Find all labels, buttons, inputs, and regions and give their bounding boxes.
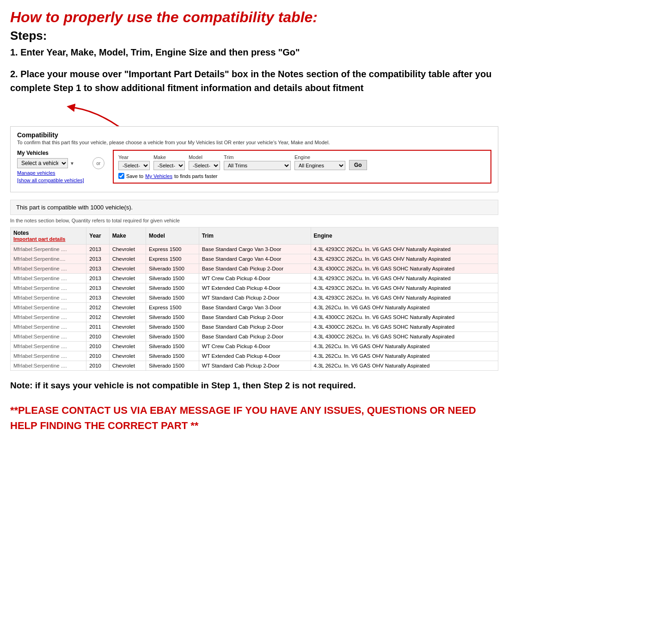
table-row: Mfrlabel:Serpentine ....2013ChevroletSil… — [11, 274, 498, 283]
my-vehicles-label: My Vehicles — [17, 150, 84, 156]
cell-engine: 4.3L 4293CC 262Cu. In. V6 GAS OHV Natura… — [311, 274, 498, 283]
note-text: Note: if it says your vehicle is not com… — [10, 379, 498, 393]
cell-trim: Base Standard Cab Pickup 2-Door — [199, 264, 311, 274]
cell-year: 2011 — [86, 322, 109, 332]
engine-label: Engine — [294, 154, 345, 160]
table-row: Mfrlabel:Serpentine ....2011ChevroletSil… — [11, 322, 498, 332]
cell-year: 2010 — [86, 361, 109, 371]
cell-make: Chevrolet — [109, 351, 146, 361]
cell-make: Chevrolet — [109, 264, 146, 274]
table-row: Mfrlabel:Serpentine ....2010ChevroletSil… — [11, 342, 498, 351]
quantity-note: In the notes section below, Quantity ref… — [10, 218, 498, 223]
select-vehicle-dropdown[interactable]: Select a vehicle — [17, 158, 68, 168]
cell-model: Silverado 1500 — [146, 332, 199, 342]
cell-trim: WT Standard Cab Pickup 2-Door — [199, 361, 311, 371]
my-vehicles-save-link[interactable]: My Vehicles — [145, 173, 172, 179]
cell-trim: Base Standard Cargo Van 4-Door — [199, 254, 311, 264]
table-row: Mfrlabel:Serpentine ....2010ChevroletSil… — [11, 351, 498, 361]
dropdown-arrow-icon: ▼ — [70, 161, 74, 166]
compat-notice: This part is compatible with 1000 vehicl… — [10, 200, 498, 215]
cell-make: Chevrolet — [109, 254, 146, 264]
year-select[interactable]: -Select- — [118, 161, 150, 170]
notes-cell: Mfrlabel:Serpentine .... — [11, 332, 86, 342]
notes-cell: Mfrlabel:Serpentine .... — [11, 264, 86, 274]
compatibility-table: Notes Important part details Year Make M… — [10, 227, 498, 371]
model-select[interactable]: -Select- — [189, 161, 220, 170]
cell-model: Silverado 1500 — [146, 264, 199, 274]
cell-year: 2012 — [86, 303, 109, 313]
make-select[interactable]: -Select- — [153, 161, 185, 170]
cell-year: 2010 — [86, 332, 109, 342]
cell-engine: 4.3L 4300CC 262Cu. In. V6 GAS SOHC Natur… — [311, 313, 498, 322]
compat-subtitle: To confirm that this part fits your vehi… — [17, 140, 491, 145]
cell-engine: 4.3L 4293CC 262Cu. In. V6 GAS OHV Natura… — [311, 293, 498, 303]
cell-engine: 4.3L 4293CC 262Cu. In. V6 GAS OHV Natura… — [311, 254, 498, 264]
notes-cell: Mfrlabel:Serpentine.... — [11, 254, 86, 264]
cell-make: Chevrolet — [109, 361, 146, 371]
notes-cell: Mfrlabel:Serpentine .... — [11, 283, 86, 293]
my-vehicles-section: My Vehicles Select a vehicle ▼ Manage ve… — [17, 150, 84, 183]
cell-model: Silverado 1500 — [146, 313, 199, 322]
show-all-link[interactable]: [show all compatible vehicles] — [17, 178, 84, 183]
cell-make: Chevrolet — [109, 303, 146, 313]
important-part-details-link[interactable]: Important part details — [13, 236, 83, 242]
cell-year: 2010 — [86, 351, 109, 361]
contact-text: **PLEASE CONTACT US VIA EBAY MESSAGE IF … — [10, 403, 498, 433]
manage-vehicles-link[interactable]: Manage vehicles — [17, 170, 84, 176]
notes-cell: Mfrlabel:Serpentine .... — [11, 313, 86, 322]
save-checkbox[interactable] — [118, 173, 124, 179]
cell-trim: Base Standard Cab Pickup 2-Door — [199, 332, 311, 342]
cell-engine: 4.3L 262Cu. In. V6 GAS OHV Naturally Asp… — [311, 342, 498, 351]
col-header-engine: Engine — [311, 227, 498, 245]
cell-make: Chevrolet — [109, 274, 146, 283]
notes-cell: Mfrlabel:Serpentine .... — [11, 361, 86, 371]
cell-trim: WT Crew Cab Pickup 4-Door — [199, 274, 311, 283]
cell-year: 2013 — [86, 293, 109, 303]
cell-model: Silverado 1500 — [146, 361, 199, 371]
col-header-notes: Notes Important part details — [11, 227, 86, 245]
cell-year: 2010 — [86, 342, 109, 351]
model-label: Model — [189, 154, 220, 160]
table-header-row: Notes Important part details Year Make M… — [11, 227, 498, 245]
cell-make: Chevrolet — [109, 283, 146, 293]
trim-select[interactable]: All Trims — [224, 161, 291, 170]
make-field-group: Make -Select- — [153, 154, 185, 170]
cell-trim: Base Standard Cargo Van 3-Door — [199, 303, 311, 313]
cell-model: Silverado 1500 — [146, 342, 199, 351]
engine-select[interactable]: All Engines — [294, 161, 345, 170]
cell-model: Express 1500 — [146, 254, 199, 264]
table-row: Mfrlabel:Serpentine....2013ChevroletExpr… — [11, 254, 498, 264]
cell-engine: 4.3L 4293CC 262Cu. In. V6 GAS OHV Natura… — [311, 283, 498, 293]
cell-trim: WT Extended Cab Pickup 4-Door — [199, 351, 311, 361]
cell-year: 2012 — [86, 313, 109, 322]
compat-title: Compatibility — [17, 131, 491, 139]
cell-year: 2013 — [86, 245, 109, 254]
cell-model: Silverado 1500 — [146, 283, 199, 293]
cell-model: Silverado 1500 — [146, 293, 199, 303]
cell-trim: WT Extended Cab Pickup 4-Door — [199, 283, 311, 293]
main-title: How to properly use the compatibility ta… — [10, 8, 498, 26]
cell-trim: WT Crew Cab Pickup 4-Door — [199, 342, 311, 351]
or-divider: or — [92, 157, 104, 169]
table-row: Mfrlabel:Serpentine ....2012ChevroletExp… — [11, 303, 498, 313]
table-row: Mfrlabel:Serpentine ....2010ChevroletSil… — [11, 361, 498, 371]
cell-model: Silverado 1500 — [146, 351, 199, 361]
go-button[interactable]: Go — [349, 160, 367, 170]
notes-cell: Mfrlabel:Serpentine .... — [11, 342, 86, 351]
cell-trim: WT Standard Cab Pickup 2-Door — [199, 293, 311, 303]
cell-year: 2013 — [86, 264, 109, 274]
cell-trim: Base Standard Cab Pickup 2-Door — [199, 322, 311, 332]
table-row: Mfrlabel:Serpentine ....2013ChevroletExp… — [11, 245, 498, 254]
compatibility-section: Compatibility To confirm that this part … — [10, 126, 498, 192]
trim-field-group: Trim All Trims — [224, 154, 291, 170]
steps-title: Steps: — [10, 29, 498, 43]
cell-make: Chevrolet — [109, 245, 146, 254]
vehicle-entry-area: Year -Select- Make -Select- Model -Selec… — [113, 150, 491, 184]
table-row: Mfrlabel:Serpentine ....2013ChevroletSil… — [11, 293, 498, 303]
save-suffix: to finds parts faster — [174, 173, 218, 179]
table-row: Mfrlabel:Serpentine ....2013ChevroletSil… — [11, 283, 498, 293]
notes-cell: Mfrlabel:Serpentine .... — [11, 274, 86, 283]
cell-model: Silverado 1500 — [146, 322, 199, 332]
cell-year: 2013 — [86, 283, 109, 293]
cell-make: Chevrolet — [109, 293, 146, 303]
